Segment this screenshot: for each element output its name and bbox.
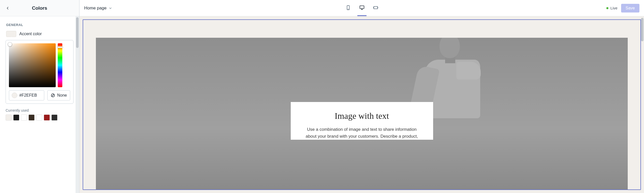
color-picker: #F2EFEB None <box>6 40 74 104</box>
scrollbar-thumb[interactable] <box>641 18 643 41</box>
used-swatch[interactable] <box>21 114 27 121</box>
preview-canvas-wrap: Image with text Use a combination of ima… <box>80 16 644 193</box>
live-label: Live <box>610 6 618 10</box>
used-swatch[interactable] <box>36 114 42 121</box>
svg-point-3 <box>348 9 348 9</box>
page-selector-label: Home page <box>84 6 107 11</box>
expand-icon <box>373 5 378 10</box>
hue-handle[interactable] <box>57 46 63 48</box>
live-status: Live <box>606 6 618 10</box>
hero-heading: Image with text <box>302 111 422 121</box>
none-icon <box>51 93 55 98</box>
svg-rect-4 <box>360 6 364 9</box>
current-color-dot <box>12 93 17 98</box>
fullwidth-view-button[interactable] <box>371 0 380 16</box>
hero-body-text: Use a combination of image and text to s… <box>302 126 422 140</box>
svg-line-1 <box>52 94 54 97</box>
hex-value: #F2EFEB <box>19 93 37 98</box>
used-swatch[interactable] <box>51 114 57 121</box>
viewport-switcher <box>344 0 380 16</box>
used-swatch[interactable] <box>44 114 50 121</box>
page-selector[interactable]: Home page <box>84 6 112 11</box>
swatch-row <box>6 114 74 121</box>
currently-used-section: Currently used <box>0 108 79 121</box>
accent-color-row[interactable]: Accent color <box>0 31 79 40</box>
none-button[interactable]: None <box>47 90 70 100</box>
mobile-view-button[interactable] <box>344 0 353 16</box>
save-button[interactable]: Save <box>621 4 639 12</box>
sidebar-scrollbar[interactable] <box>76 16 79 193</box>
preview-canvas[interactable]: Image with text Use a combination of ima… <box>83 19 641 190</box>
none-label: None <box>57 93 67 98</box>
svg-rect-5 <box>374 6 377 9</box>
chevron-down-icon <box>109 6 112 10</box>
topbar: Home page Live Save <box>80 0 644 16</box>
sidebar-header: Colors <box>0 0 79 16</box>
mobile-icon <box>345 5 351 10</box>
hue-slider[interactable] <box>58 43 62 87</box>
settings-sidebar: Colors GENERAL Accent color <box>0 0 79 193</box>
chevron-left-icon <box>6 6 9 10</box>
desktop-icon <box>359 5 365 10</box>
sidebar-body: GENERAL Accent color #F2EFE <box>0 16 79 193</box>
back-button[interactable] <box>5 5 11 11</box>
main-area: Home page Live Save <box>79 0 644 193</box>
live-dot-icon <box>606 7 608 9</box>
hero-text-card[interactable]: Image with text Use a combination of ima… <box>291 102 433 140</box>
used-swatch[interactable] <box>6 114 12 121</box>
accent-swatch[interactable] <box>6 31 16 37</box>
sidebar-title: Colors <box>32 5 47 11</box>
scrollbar-thumb[interactable] <box>76 17 79 48</box>
used-swatch[interactable] <box>28 114 35 121</box>
hex-input[interactable]: #F2EFEB <box>9 90 44 100</box>
section-label-general: GENERAL <box>0 16 79 31</box>
hero-section[interactable]: Image with text Use a combination of ima… <box>96 38 628 189</box>
saturation-value-area[interactable] <box>9 43 56 87</box>
sv-handle[interactable] <box>8 42 12 46</box>
desktop-view-button[interactable] <box>357 0 367 16</box>
accent-color-label: Accent color <box>19 32 42 36</box>
canvas-scrollbar[interactable] <box>640 16 644 193</box>
used-swatch[interactable] <box>13 114 19 121</box>
currently-used-label: Currently used <box>6 108 74 112</box>
